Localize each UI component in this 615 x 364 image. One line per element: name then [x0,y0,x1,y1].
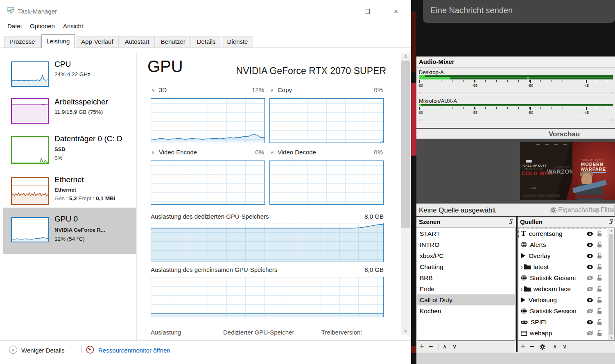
menu-ansicht[interactable]: Ansicht [59,21,87,31]
tab-leistung[interactable]: Leistung [41,34,75,48]
eye-icon[interactable] [586,265,593,269]
source-row[interactable]: Tcurrentsong [518,228,608,239]
chevron-down-icon[interactable]: ∨ [151,150,155,155]
tab-autostart[interactable]: Autostart [120,36,155,48]
scenes-header[interactable]: Szenen [416,217,516,228]
scene-item[interactable]: START [417,228,515,239]
sources-header[interactable]: Quellen [518,217,615,228]
eye-icon[interactable] [586,320,593,325]
move-scene-up-button[interactable]: ∧ [443,343,447,350]
unlock-icon[interactable] [597,253,602,259]
sidebar-item-memory[interactable]: Arbeitsspeicher [54,97,108,106]
unlock-icon[interactable] [597,330,602,336]
tab-details[interactable]: Details [192,36,221,48]
scrollbar[interactable]: ∧ ∨ [401,53,410,335]
undock-icon[interactable] [509,219,513,224]
unlock-icon[interactable] [597,286,602,292]
chart-decode-label[interactable]: Video Decode [278,149,316,156]
gpu-mini-chart[interactable] [11,217,49,242]
undock-icon[interactable] [609,219,613,224]
scroll-up-icon[interactable]: ∧ [608,229,614,233]
memory-mini-chart[interactable] [11,98,49,124]
eye-icon[interactable] [586,242,593,247]
add-scene-button[interactable]: + [420,342,424,351]
source-row[interactable]: Statistik Gesamt [518,272,608,283]
less-details-button[interactable]: Weniger Details [21,347,65,354]
source-row[interactable]: SPIEL [518,317,608,328]
scrollbar-thumb[interactable] [401,61,410,228]
filters-button[interactable]: Filter [601,206,615,214]
mic-volume-slider[interactable] [419,119,613,121]
sources-scrollbar[interactable]: ∧ ∨ [608,228,614,340]
desktop-volume-slider[interactable] [419,92,613,94]
close-button[interactable]: × [387,5,405,18]
preview-area[interactable]: CALL OF DUTY BLACK OPS COLD WAR KAUF CAL… [416,139,615,203]
unlock-icon[interactable] [597,242,602,248]
chart-3d-label[interactable]: 3D [159,86,167,93]
eye-off-icon[interactable] [586,287,593,292]
unlock-icon[interactable] [597,275,602,281]
audio-mixer-header[interactable]: Audio-Mixer [416,57,615,68]
chat-message-input[interactable]: Eine Nachricht senden [423,0,615,23]
scroll-up-icon[interactable]: ∧ [401,53,410,60]
preview-header[interactable]: Vorschau [416,129,615,139]
chart-copy-label[interactable]: Copy [278,86,292,93]
unlock-icon[interactable] [597,308,602,314]
eye-off-icon[interactable] [586,331,593,336]
ethernet-mini-chart[interactable] [11,177,49,205]
unlock-icon[interactable] [597,231,602,237]
source-row[interactable]: webapp [518,328,608,339]
source-row[interactable]: Verlosung [518,294,608,305]
source-properties-gear-icon[interactable] [540,344,545,350]
source-row[interactable]: ›webcam face [518,283,608,294]
sidebar-item-gpu[interactable]: GPU 0 [54,215,78,224]
chart-encode-label[interactable]: Video Encode [159,149,197,156]
unlock-icon[interactable] [597,319,602,325]
scene-item[interactable]: BRB [417,272,515,283]
remove-source-button[interactable]: − [530,342,534,351]
disk-mini-chart[interactable] [11,136,49,164]
eye-off-icon[interactable] [586,309,593,314]
minimize-button[interactable]: ─ [330,5,349,18]
remove-scene-button[interactable]: − [429,342,433,351]
eye-icon[interactable] [586,298,593,303]
scene-item[interactable]: Call of Duty [417,294,515,305]
eye-icon[interactable] [586,231,593,236]
eye-off-icon[interactable] [586,276,593,280]
cpu-mini-chart[interactable] [11,61,49,87]
scene-item[interactable]: Ende [417,283,515,294]
unlock-icon[interactable] [597,297,602,303]
sidebar-item-disk[interactable]: Datenträger 0 (C: D [54,134,122,143]
eye-icon[interactable] [586,253,593,258]
move-source-up-button[interactable]: ∧ [553,343,557,350]
source-row[interactable]: Statistik Session [518,305,608,317]
tab-app-verlauf[interactable]: App-Verlauf [76,36,118,48]
properties-button[interactable]: Eigenschaften [558,206,599,214]
maximize-button[interactable] [358,5,377,18]
source-row[interactable]: Overlay [518,250,608,261]
chevron-down-icon[interactable]: ∨ [270,88,274,93]
menu-optionen[interactable]: Optionen [26,21,59,31]
source-row[interactable]: ›latest [518,261,608,272]
chevron-down-icon[interactable]: ∨ [270,150,274,155]
scroll-down-icon[interactable]: ∨ [401,328,410,334]
source-row[interactable]: Alerts [518,239,608,250]
chevron-down-icon[interactable]: ∨ [151,88,155,93]
scroll-down-icon[interactable]: ∨ [608,335,614,339]
chevron-right-icon[interactable]: › [521,286,523,292]
chevron-right-icon[interactable]: › [521,264,523,270]
scene-item[interactable]: Chatting [417,261,515,272]
scene-item[interactable]: INTRO [417,239,515,250]
move-scene-down-button[interactable]: ∨ [452,343,457,350]
open-resource-monitor-link[interactable]: Ressourcenmonitor öffnen [98,347,170,354]
sidebar-item-ethernet[interactable]: Ethernet [54,175,84,184]
move-source-down-button[interactable]: ∨ [563,343,567,350]
sidebar-item-cpu[interactable]: CPU [54,60,71,69]
add-source-button[interactable]: + [521,342,525,351]
scene-item[interactable]: xbox/PC [417,250,515,261]
scrollbar-thumb[interactable] [609,234,613,335]
tab-prozesse[interactable]: Prozesse [4,36,41,48]
tab-dienste[interactable]: Dienste [222,36,253,48]
unlock-icon[interactable] [597,264,602,270]
scene-item[interactable]: Kochen [417,305,515,317]
